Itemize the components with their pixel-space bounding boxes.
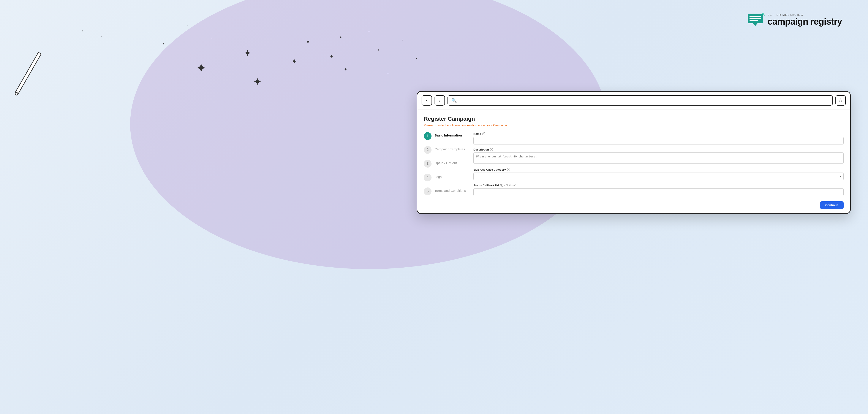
logo-text: BETTER MESSAGING campaign registry <box>768 13 842 27</box>
sms-use-case-select[interactable] <box>473 173 844 180</box>
logo-icon <box>746 12 765 28</box>
step-3[interactable]: 3 Opt-in / Opt-out <box>424 160 467 168</box>
status-callback-input[interactable] <box>473 188 844 196</box>
status-callback-label: Status Callback Url i - Optional <box>473 184 844 187</box>
step-2-label: Campaign Templates <box>435 146 465 151</box>
sms-use-case-info-icon[interactable]: i <box>507 168 510 171</box>
form-fields: Name i Description i SMS Use C <box>473 132 844 209</box>
form-layout: 1 Basic Information 2 Campaign Templates… <box>424 132 844 209</box>
continue-button[interactable]: Continue <box>820 201 844 209</box>
page-subtitle: Please provide the following information… <box>424 123 844 127</box>
browser-window: ‹ › 🔍 ☆ Register Campaign Please provide… <box>416 91 851 214</box>
name-info-icon[interactable]: i <box>482 132 485 135</box>
page-content: Register Campaign Please provide the fol… <box>417 110 850 213</box>
stepper: 1 Basic Information 2 Campaign Templates… <box>424 132 467 209</box>
step-4-circle: 4 <box>424 174 432 181</box>
description-field-group: Description i <box>473 148 844 165</box>
wand-decoration <box>26 50 30 97</box>
step-4-label: Legal <box>435 174 442 179</box>
step-5-label: Terms and Conditions <box>435 187 466 193</box>
step-1: 1 Basic Information <box>424 132 467 140</box>
sms-use-case-select-wrapper: ▾ <box>473 173 844 180</box>
search-icon: 🔍 <box>452 98 457 103</box>
step-2-circle: 2 <box>424 146 432 154</box>
browser-back-button[interactable]: ‹ <box>422 95 432 106</box>
browser-bookmark-button[interactable]: ☆ <box>835 95 846 106</box>
name-field-group: Name i <box>473 132 844 145</box>
step-1-circle: 1 <box>424 132 432 140</box>
step-5[interactable]: 5 Terms and Conditions <box>424 187 467 195</box>
browser-forward-button[interactable]: › <box>435 95 445 106</box>
step-4[interactable]: 4 Legal <box>424 174 467 181</box>
name-label: Name i <box>473 132 844 136</box>
sms-use-case-field-group: SMS Use Case Category i ▾ <box>473 168 844 180</box>
step-1-label: Basic Information <box>435 132 462 137</box>
browser-toolbar: ‹ › 🔍 ☆ <box>417 92 850 110</box>
sms-use-case-label: SMS Use Case Category i <box>473 168 844 171</box>
status-callback-field-group: Status Callback Url i - Optional <box>473 184 844 196</box>
status-callback-info-icon[interactable]: i <box>500 184 503 187</box>
page-title: Register Campaign <box>424 116 844 122</box>
description-info-icon[interactable]: i <box>490 148 493 151</box>
description-input[interactable] <box>473 152 844 164</box>
logo-subtitle: BETTER MESSAGING <box>768 13 842 17</box>
step-3-circle: 3 <box>424 160 432 168</box>
browser-search-bar[interactable]: 🔍 <box>447 95 833 106</box>
step-3-label: Opt-in / Opt-out <box>435 160 457 165</box>
step-2[interactable]: 2 Campaign Templates <box>424 146 467 154</box>
logo-container: BETTER MESSAGING campaign registry <box>746 12 842 28</box>
description-label: Description i <box>473 148 844 151</box>
status-callback-optional: - Optional <box>504 184 516 187</box>
name-input[interactable] <box>473 137 844 145</box>
logo-title: campaign registry <box>768 17 842 27</box>
step-5-circle: 5 <box>424 187 432 195</box>
